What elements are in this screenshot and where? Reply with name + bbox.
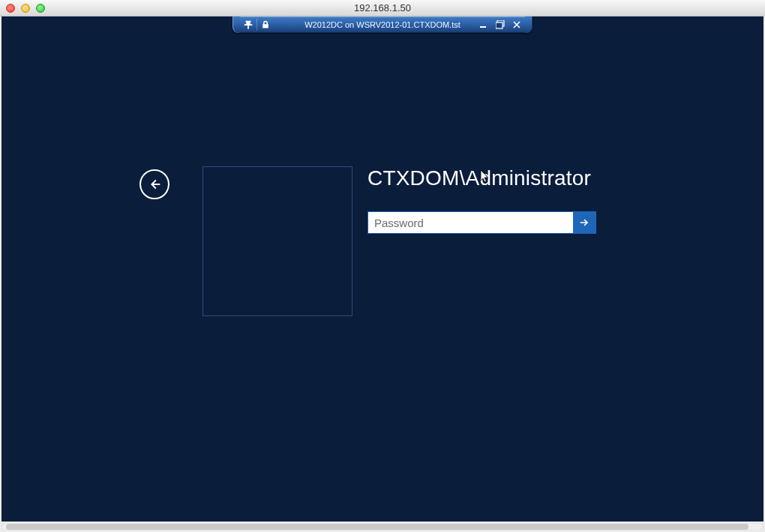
- lock-button[interactable]: [257, 16, 274, 33]
- connection-bar-title: W2012DC on WSRV2012-01.CTXDOM.tst: [274, 20, 490, 29]
- credentials-column: CTXDOM\Administrator: [368, 166, 596, 316]
- submit-button[interactable]: [573, 212, 596, 233]
- minimize-button[interactable]: [476, 16, 492, 33]
- back-button[interactable]: [140, 169, 170, 199]
- mac-zoom-button[interactable]: [36, 4, 45, 13]
- window-body: W2012DC on WSRV2012-01.CTXDOM.tst: [0, 16, 765, 532]
- restore-icon: [496, 20, 505, 29]
- user-avatar-placeholder: [202, 166, 352, 316]
- arrow-right-icon: [578, 217, 590, 229]
- arrow-left-icon: [146, 176, 163, 193]
- svg-rect-2: [496, 22, 502, 28]
- remote-desktop-viewport: W2012DC on WSRV2012-01.CTXDOM.tst: [2, 16, 764, 522]
- mac-window-title: 192.168.1.50: [0, 2, 765, 13]
- close-button[interactable]: [508, 16, 525, 33]
- username-label: CTXDOM\Administrator: [368, 166, 596, 190]
- close-icon: [513, 21, 520, 28]
- connection-bar-body: W2012DC on WSRV2012-01.CTXDOM.tst: [240, 16, 525, 33]
- minimize-icon: [480, 21, 488, 28]
- mac-titlebar: 192.168.1.50: [0, 0, 765, 16]
- horizontal-scrollbar[interactable]: [2, 523, 764, 531]
- password-row: [368, 211, 596, 234]
- password-input[interactable]: [368, 212, 573, 233]
- mac-close-button[interactable]: [6, 4, 15, 13]
- mac-minimize-button[interactable]: [21, 4, 30, 13]
- rdp-connection-bar[interactable]: W2012DC on WSRV2012-01.CTXDOM.tst: [232, 16, 532, 33]
- traffic-lights: [0, 4, 45, 13]
- scrollbar-thumb[interactable]: [6, 524, 748, 530]
- svg-rect-0: [480, 26, 486, 28]
- connection-bar-cap-right: [525, 16, 532, 33]
- pin-button[interactable]: [240, 16, 256, 33]
- lock-icon: [261, 20, 270, 29]
- connection-bar-cap-left: [232, 16, 240, 33]
- pin-icon: [243, 19, 254, 30]
- restore-button[interactable]: [492, 16, 508, 33]
- login-screen: CTXDOM\Administrator: [2, 166, 764, 316]
